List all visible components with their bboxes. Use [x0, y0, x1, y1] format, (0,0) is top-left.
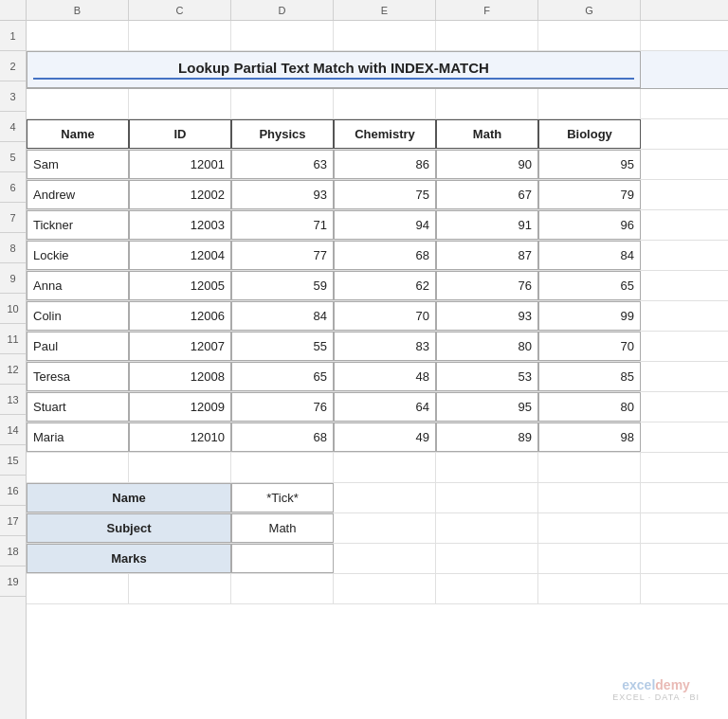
cell-b15[interactable] [27, 453, 129, 482]
cell-physics-0[interactable]: 63 [231, 150, 334, 179]
data-row-11: Paul 12007 55 83 80 70 [27, 332, 728, 362]
cell-f15[interactable] [436, 453, 538, 482]
cell-name-9[interactable]: Maria [27, 422, 129, 452]
cell-chemistry-1[interactable]: 75 [334, 180, 436, 209]
row-17-lookup-subject: Subject Math [27, 513, 728, 544]
cell-f17[interactable] [436, 513, 538, 543]
cell-biology-4[interactable]: 65 [538, 271, 641, 300]
cell-g16[interactable] [538, 483, 641, 512]
cell-physics-4[interactable]: 59 [231, 271, 334, 300]
cell-name-3[interactable]: Lockie [27, 241, 129, 270]
cell-physics-6[interactable]: 55 [231, 332, 334, 361]
cell-chemistry-8[interactable]: 64 [334, 392, 436, 422]
cell-math-0[interactable]: 90 [436, 150, 538, 179]
cell-physics-3[interactable]: 77 [231, 241, 334, 270]
cell-f1[interactable] [436, 21, 538, 50]
cell-name-4[interactable]: Anna [27, 271, 129, 300]
cell-math-2[interactable]: 91 [436, 210, 538, 240]
cell-math-3[interactable]: 87 [436, 241, 538, 270]
cell-biology-3[interactable]: 84 [538, 241, 641, 270]
cell-math-4[interactable]: 76 [436, 271, 538, 300]
cell-c15[interactable] [129, 453, 231, 482]
cell-chemistry-4[interactable]: 62 [334, 271, 436, 300]
cell-biology-8[interactable]: 80 [538, 392, 641, 422]
cell-c19[interactable] [129, 574, 231, 603]
cell-f19[interactable] [436, 574, 538, 603]
cell-physics-7[interactable]: 65 [231, 362, 334, 391]
col-header-b: B [27, 0, 129, 20]
cell-math-5[interactable]: 93 [436, 301, 538, 331]
cell-b1[interactable] [27, 21, 129, 50]
cell-id-0[interactable]: 12001 [129, 150, 231, 179]
cell-g17[interactable] [538, 513, 641, 543]
cell-id-4[interactable]: 12005 [129, 271, 231, 300]
cell-biology-2[interactable]: 96 [538, 210, 641, 240]
cell-chemistry-6[interactable]: 83 [334, 332, 436, 361]
cell-name-8[interactable]: Stuart [27, 392, 129, 422]
cell-biology-9[interactable]: 98 [538, 422, 641, 452]
cell-physics-2[interactable]: 71 [231, 210, 334, 240]
cell-e16[interactable] [334, 483, 436, 512]
cell-biology-7[interactable]: 85 [538, 362, 641, 391]
cell-biology-0[interactable]: 95 [538, 150, 641, 179]
cell-id-1[interactable]: 12002 [129, 180, 231, 209]
cell-math-9[interactable]: 89 [436, 422, 538, 452]
cell-d3[interactable] [231, 89, 334, 118]
cell-g15[interactable] [538, 453, 641, 482]
cell-chemistry-7[interactable]: 48 [334, 362, 436, 391]
cell-id-2[interactable]: 12003 [129, 210, 231, 240]
lookup-marks-value[interactable] [231, 544, 334, 573]
cell-math-1[interactable]: 67 [436, 180, 538, 209]
row-num-6: 6 [0, 172, 26, 203]
cell-math-7[interactable]: 53 [436, 362, 538, 391]
cell-biology-6[interactable]: 70 [538, 332, 641, 361]
cell-id-6[interactable]: 12007 [129, 332, 231, 361]
cell-g19[interactable] [538, 574, 641, 603]
cell-chemistry-0[interactable]: 86 [334, 150, 436, 179]
lookup-subject-value[interactable]: Math [231, 513, 334, 543]
cell-e19[interactable] [334, 574, 436, 603]
cell-name-7[interactable]: Teresa [27, 362, 129, 391]
cell-physics-8[interactable]: 76 [231, 392, 334, 422]
cell-f18[interactable] [436, 544, 538, 573]
cell-id-7[interactable]: 12008 [129, 362, 231, 391]
cell-e17[interactable] [334, 513, 436, 543]
cell-c3[interactable] [129, 89, 231, 118]
cell-e3[interactable] [334, 89, 436, 118]
cell-chemistry-9[interactable]: 49 [334, 422, 436, 452]
cell-name-6[interactable]: Paul [27, 332, 129, 361]
cell-d1[interactable] [231, 21, 334, 50]
cell-chemistry-3[interactable]: 68 [334, 241, 436, 270]
cell-d19[interactable] [231, 574, 334, 603]
cell-id-9[interactable]: 12010 [129, 422, 231, 452]
cell-g3[interactable] [538, 89, 641, 118]
cell-f3[interactable] [436, 89, 538, 118]
cell-name-1[interactable]: Andrew [27, 180, 129, 209]
cell-id-5[interactable]: 12006 [129, 301, 231, 331]
cell-physics-9[interactable]: 68 [231, 422, 334, 452]
cell-f16[interactable] [436, 483, 538, 512]
cell-name-0[interactable]: Sam [27, 150, 129, 179]
cell-id-3[interactable]: 12004 [129, 241, 231, 270]
cell-id-8[interactable]: 12009 [129, 392, 231, 422]
cell-chemistry-5[interactable]: 70 [334, 301, 436, 331]
cell-e15[interactable] [334, 453, 436, 482]
cell-math-8[interactable]: 95 [436, 392, 538, 422]
cell-biology-5[interactable]: 99 [538, 301, 641, 331]
cell-e1[interactable] [334, 21, 436, 50]
cell-b3[interactable] [27, 89, 129, 118]
cell-physics-1[interactable]: 93 [231, 180, 334, 209]
cell-g18[interactable] [538, 544, 641, 573]
cell-e18[interactable] [334, 544, 436, 573]
lookup-name-value[interactable]: *Tick* [231, 483, 334, 512]
cell-physics-5[interactable]: 84 [231, 301, 334, 331]
cell-name-5[interactable]: Colin [27, 301, 129, 331]
cell-math-6[interactable]: 80 [436, 332, 538, 361]
cell-name-2[interactable]: Tickner [27, 210, 129, 240]
cell-chemistry-2[interactable]: 94 [334, 210, 436, 240]
cell-d15[interactable] [231, 453, 334, 482]
cell-biology-1[interactable]: 79 [538, 180, 641, 209]
cell-g1[interactable] [538, 21, 641, 50]
cell-c1[interactable] [129, 21, 231, 50]
cell-b19[interactable] [27, 574, 129, 603]
